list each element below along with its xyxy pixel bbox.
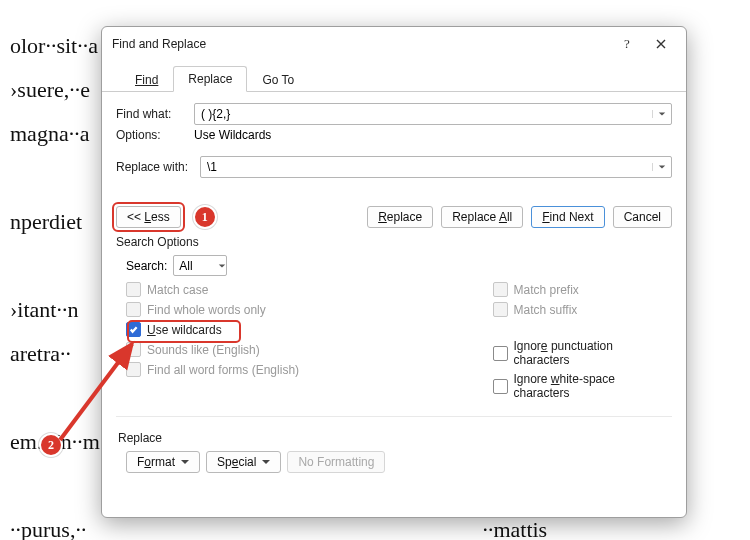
use-wildcards-checkbox[interactable]: Use wildcards (126, 322, 403, 337)
match-suffix-checkbox: Match suffix (493, 302, 673, 317)
search-options-label: Search Options (116, 235, 672, 249)
ignore-whitespace-checkbox[interactable]: Ignore white-space characters (493, 372, 673, 400)
find-replace-dialog: Find and Replace ? Find Replace Go To Fi… (101, 26, 687, 518)
search-direction-label: Search: (126, 259, 167, 273)
special-button[interactable]: Special (206, 451, 281, 473)
cancel-button[interactable]: Cancel (613, 206, 672, 228)
dialog-title: Find and Replace (112, 37, 610, 51)
replace-all-button[interactable]: Replace All (441, 206, 523, 228)
close-icon (656, 39, 666, 49)
search-options-checks: Match case Find whole words only Use wil… (126, 282, 672, 400)
chevron-down-icon[interactable] (652, 110, 671, 118)
tab-goto[interactable]: Go To (247, 67, 309, 92)
annotation-marker-1: 1 (193, 205, 217, 229)
dialog-titlebar: Find and Replace ? (102, 27, 686, 59)
options-label: Options: (116, 128, 186, 142)
whole-words-checkbox: Find whole words only (126, 302, 403, 317)
close-button[interactable] (644, 33, 678, 55)
dialog-button-row: << Less 1 Replace Replace All Find Next … (116, 205, 672, 229)
replace-section-label: Replace (118, 431, 672, 445)
match-case-checkbox: Match case (126, 282, 403, 297)
ignore-punctuation-checkbox[interactable]: Ignore punctuation characters (493, 339, 673, 367)
options-value: Use Wildcards (194, 128, 271, 142)
format-button[interactable]: Format (126, 451, 200, 473)
annotation-highlight-wildcards (127, 320, 241, 343)
find-what-label: Find what: (116, 107, 186, 121)
search-direction-select[interactable]: All (173, 255, 227, 276)
replace-with-input[interactable]: \1 (200, 156, 672, 178)
dialog-body: Find what: ( ){2,} Options: Use Wildcard… (102, 92, 686, 517)
tab-replace[interactable]: Replace (173, 66, 247, 92)
match-prefix-checkbox: Match prefix (493, 282, 673, 297)
less-button[interactable]: << Less (116, 206, 181, 228)
no-formatting-button: No Formatting (287, 451, 385, 473)
sounds-like-checkbox: Sounds like (English) (126, 342, 403, 357)
find-what-input[interactable]: ( ){2,} (194, 103, 672, 125)
find-next-button[interactable]: Find Next (531, 206, 604, 228)
word-forms-checkbox: Find all word forms (English) (126, 362, 403, 377)
help-button[interactable]: ? (610, 33, 644, 55)
replace-button[interactable]: Replace (367, 206, 433, 228)
replace-formatting-section: Replace Format Special No Formatting (116, 431, 672, 473)
chevron-down-icon[interactable] (652, 163, 671, 171)
tabs: Find Replace Go To (102, 59, 686, 92)
annotation-marker-2: 2 (39, 433, 63, 457)
replace-with-label: Replace with: (116, 160, 192, 174)
chevron-down-icon[interactable] (218, 259, 226, 273)
tab-find[interactable]: Find (120, 67, 173, 92)
